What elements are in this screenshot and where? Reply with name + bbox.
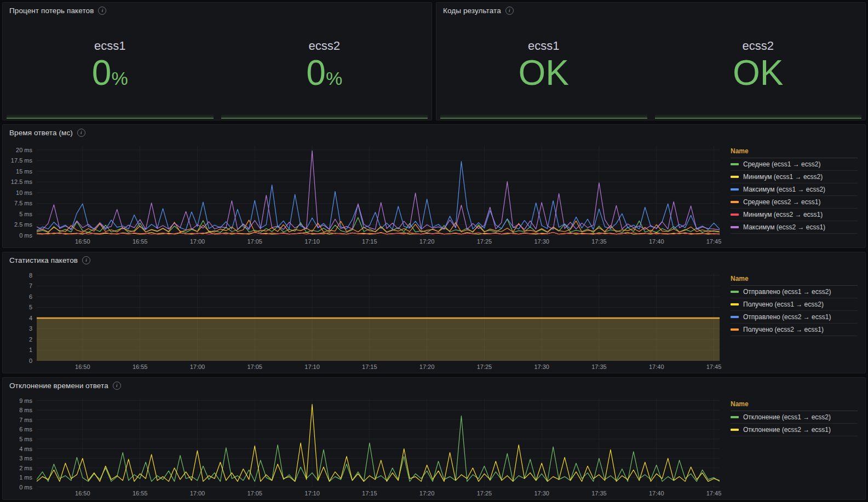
- x-tick-label: 17:45: [706, 238, 722, 245]
- x-tick-label: 16:55: [133, 490, 148, 497]
- stat-value: OK: [733, 55, 783, 90]
- stat-label: ecss2: [743, 39, 774, 53]
- y-tick-label: 15 ms: [16, 168, 32, 175]
- stat-unit: %: [111, 68, 128, 89]
- x-tick-label: 17:00: [190, 490, 205, 497]
- legend: NameОтправлено (ecss1 → ecss2)Получено (…: [720, 273, 861, 372]
- legend-header[interactable]: Name: [731, 146, 858, 158]
- plot-area[interactable]: [37, 146, 720, 235]
- panel-header[interactable]: Статистика пакетов i: [3, 252, 865, 267]
- legend-item[interactable]: Минимум (ecss2 → ecss1): [731, 209, 858, 221]
- panel-response-deviation: Отклонение времени ответа i 0 ms1 ms2 ms…: [2, 377, 866, 500]
- legend-header[interactable]: Name: [731, 399, 858, 411]
- series-line: [37, 405, 720, 482]
- series-color-swatch: [731, 303, 739, 305]
- y-tick-label: 3: [29, 325, 32, 332]
- panel-packet-loss: Процент потерь пакетов i ecss1 0% ecss2 …: [2, 2, 432, 120]
- x-tick-label: 16:50: [75, 490, 90, 497]
- legend-label: Получено (ecss1 → ecss2): [743, 301, 824, 308]
- plot-column: 16:5016:5517:0017:0517:1017:1517:2017:25…: [37, 273, 720, 372]
- y-tick-label: 5: [29, 304, 32, 310]
- stat-ecss2: ecss2 0%: [217, 17, 432, 120]
- x-tick-label: 17:20: [419, 490, 435, 497]
- series-color-swatch: [731, 316, 739, 318]
- y-tick-label: 3 ms: [19, 455, 32, 461]
- panel-header[interactable]: Время ответа (мс) i: [3, 125, 865, 139]
- legend-item[interactable]: Отправлено (ecss2 → ecss1): [731, 311, 858, 324]
- panel-title[interactable]: Отклонение времени ответа: [9, 382, 108, 390]
- legend-item[interactable]: Максимум (ecss2 → ecss1): [731, 221, 858, 234]
- legend-item[interactable]: Получено (ecss1 → ecss2): [731, 298, 858, 311]
- legend: NameСреднее (ecss1 → ecss2)Минимум (ecss…: [720, 146, 861, 246]
- legend-item[interactable]: Отклонение (ecss1 → ecss2): [731, 411, 858, 424]
- y-tick-label: 7: [29, 282, 32, 289]
- legend-label: Максимум (ecss1 → ecss2): [743, 186, 825, 193]
- info-icon[interactable]: i: [505, 7, 514, 15]
- stat-ecss1: ecss1 OK: [436, 17, 651, 120]
- legend-item[interactable]: Минимум (ecss1 → ecss2): [731, 171, 858, 183]
- x-tick-label: 17:35: [591, 238, 607, 245]
- stat-value: OK: [519, 55, 569, 90]
- plot-column: 16:5016:5517:0017:0517:1017:1517:2017:25…: [37, 399, 720, 498]
- legend-item[interactable]: Среднее (ecss2 → ecss1): [731, 196, 858, 209]
- y-tick-label: 0 ms: [19, 484, 32, 491]
- legend-item[interactable]: Среднее (ecss1 → ecss2): [731, 158, 858, 171]
- x-tick-label: 17:35: [591, 363, 607, 370]
- series-color-swatch: [731, 226, 739, 228]
- series-color-swatch: [731, 201, 739, 203]
- legend-label: Получено (ecss2 → ecss1): [743, 326, 824, 333]
- panel-header[interactable]: Отклонение времени ответа i: [3, 378, 865, 392]
- stat-label: ecss2: [309, 39, 340, 53]
- panel-title[interactable]: Процент потерь пакетов: [9, 7, 94, 15]
- x-tick-label: 17:15: [362, 238, 377, 245]
- panel-header[interactable]: Коды результата i: [436, 3, 865, 17]
- x-tick-label: 17:05: [247, 238, 262, 245]
- plot-column: 16:5016:5517:0017:0517:1017:1517:2017:25…: [37, 146, 720, 246]
- x-tick-label: 17:10: [304, 490, 320, 497]
- info-icon[interactable]: i: [113, 382, 121, 390]
- y-tick-label: 7.5 ms: [14, 200, 32, 206]
- panel-title[interactable]: Время ответа (мс): [9, 129, 73, 137]
- sparkline: [7, 118, 214, 119]
- plot-area[interactable]: [37, 399, 720, 487]
- grafana-dashboard: Процент потерь пакетов i ecss1 0% ecss2 …: [0, 0, 868, 502]
- legend-label: Отклонение (ecss1 → ecss2): [743, 413, 831, 421]
- legend-item[interactable]: Отклонение (ecss2 → ecss1): [731, 424, 858, 436]
- legend-label: Отправлено (ecss2 → ecss1): [743, 313, 831, 321]
- y-axis: 0 ms1 ms2 ms3 ms4 ms5 ms6 ms7 ms8 ms9 ms: [7, 399, 37, 498]
- y-tick-label: 8 ms: [19, 407, 32, 413]
- series-color-swatch: [731, 291, 739, 293]
- legend-item[interactable]: Отправлено (ecss1 → ecss2): [731, 286, 858, 298]
- stat-label: ecss1: [94, 39, 125, 53]
- panel-title[interactable]: Коды результата: [443, 7, 501, 15]
- x-tick-label: 17:25: [477, 238, 492, 245]
- info-icon[interactable]: i: [77, 129, 85, 137]
- x-tick-label: 16:55: [133, 238, 148, 245]
- legend-header[interactable]: Name: [731, 273, 858, 286]
- x-tick-label: 17:15: [362, 363, 377, 370]
- stat-label: ecss1: [528, 39, 559, 53]
- y-axis: 012345678: [7, 273, 37, 372]
- x-tick-label: 17:20: [419, 238, 435, 245]
- y-tick-label: 0 ms: [19, 232, 32, 239]
- legend-label: Минимум (ecss1 → ecss2): [743, 173, 823, 181]
- plot-area[interactable]: [37, 273, 720, 361]
- legend-label: Минимум (ecss2 → ecss1): [743, 211, 823, 218]
- series-color-swatch: [731, 163, 739, 165]
- legend-item[interactable]: Максимум (ecss1 → ecss2): [731, 183, 858, 196]
- x-tick-label: 17:10: [304, 363, 320, 370]
- x-tick-label: 16:55: [133, 363, 148, 370]
- y-tick-label: 4 ms: [19, 446, 32, 452]
- x-tick-label: 17:05: [247, 363, 262, 370]
- x-tick-label: 17:30: [534, 238, 549, 245]
- x-tick-label: 17:30: [534, 490, 549, 497]
- panel-header[interactable]: Процент потерь пакетов i: [3, 3, 432, 17]
- stat-unit: %: [326, 68, 342, 89]
- legend-item[interactable]: Получено (ecss2 → ecss1): [731, 324, 858, 336]
- panel-title[interactable]: Статистика пакетов: [9, 256, 78, 264]
- info-icon[interactable]: i: [98, 7, 106, 15]
- y-tick-label: 5 ms: [19, 211, 32, 217]
- series-color-swatch: [731, 214, 739, 216]
- x-tick-label: 17:35: [591, 490, 607, 497]
- info-icon[interactable]: i: [82, 256, 90, 264]
